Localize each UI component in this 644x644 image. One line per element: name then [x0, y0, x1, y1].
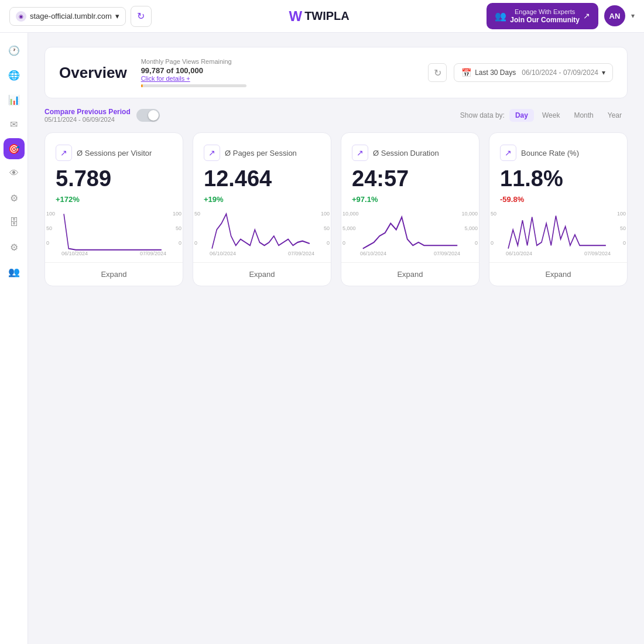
expand-button-pages[interactable]: Expand	[193, 262, 331, 286]
engage-community-button[interactable]: 👥 Engage With Experts Join Our Community…	[487, 3, 598, 30]
chart-y-left-sessions: 100 50 0	[45, 211, 56, 246]
chart-y-right-sessions: 100 50 0	[172, 211, 183, 246]
mini-chart-pages	[210, 211, 314, 252]
card-change-duration: +97.1%	[352, 195, 468, 204]
pageviews-count: 99,787 of 100,000	[141, 66, 246, 75]
controls-bar: Compare Previous Period 05/11/2024 - 06/…	[44, 108, 628, 123]
card-title-duration: Ø Session Duration	[373, 149, 439, 157]
card-change-sessions: +172%	[56, 195, 172, 204]
card-value-sessions: 5.789	[56, 167, 172, 191]
sidebar: 🕐 🌐 📊 ✉ 🎯 👁 ⚙ 🗄 ⚙ 👥	[0, 33, 28, 644]
chart-y-left-duration: 10,000 5,000 0	[341, 211, 360, 246]
logo-w: W	[289, 8, 302, 25]
pageviews-label: Monthly Page Views Remaining	[141, 58, 246, 65]
overview-refresh-button[interactable]: ↻	[428, 63, 447, 82]
data-by-year[interactable]: Year	[602, 109, 628, 122]
date-range-label: Last 30 Days	[475, 68, 516, 77]
card-chart-bounce: 50 0 100 50 0 06/10/2024	[489, 211, 627, 258]
page-title: Overview	[59, 64, 127, 82]
nav-left: ◉ stage-official.tumblr.com ▾ ↻	[9, 6, 152, 27]
card-header-pages: ↗ Ø Pages per Session	[204, 145, 320, 161]
pageviews-info: Monthly Page Views Remaining 99,787 of 1…	[141, 58, 246, 87]
show-data-by: Show data by: Day Week Month Year	[460, 109, 628, 122]
card-value-duration: 24:57	[352, 167, 468, 191]
compare-toggle[interactable]	[136, 109, 160, 122]
sidebar-item-clock[interactable]: 🕐	[4, 40, 25, 61]
card-chart-pages: 50 0 100 50 0 06/10/2024	[193, 211, 331, 258]
nav-logo: W TWIPLA	[289, 8, 349, 25]
chart-y-right-pages: 100 50 0	[320, 211, 331, 246]
data-by-month[interactable]: Month	[568, 109, 599, 122]
expand-button-sessions[interactable]: Expand	[45, 262, 183, 286]
card-icon-pages: ↗	[204, 145, 220, 161]
site-selector[interactable]: ◉ stage-official.tumblr.com ▾	[9, 7, 126, 26]
card-icon-duration: ↗	[352, 145, 368, 161]
pageviews-link[interactable]: Click for details +	[141, 75, 246, 82]
card-title-bounce: Bounce Rate (%)	[521, 149, 579, 157]
main-layout: 🕐 🌐 📊 ✉ 🎯 👁 ⚙ 🗄 ⚙ 👥 Overview Monthly Pag…	[0, 33, 644, 644]
avatar[interactable]: AN	[604, 5, 625, 26]
overview-header: Overview Monthly Page Views Remaining 99…	[44, 47, 628, 98]
show-data-by-label: Show data by:	[460, 111, 505, 119]
date-range-value: 06/10/2024 - 07/09/2024	[522, 68, 598, 77]
calendar-icon: 📅	[461, 68, 471, 77]
pageviews-fill	[141, 84, 143, 87]
compare-dates: 05/11/2024 - 06/09/2024	[44, 116, 131, 123]
overview-left: Overview Monthly Page Views Remaining 99…	[59, 58, 246, 87]
sidebar-item-target[interactable]: 🎯	[4, 138, 25, 159]
sidebar-item-mail[interactable]: ✉	[4, 114, 25, 135]
card-header-duration: ↗ Ø Session Duration	[352, 145, 468, 161]
engage-line2: Join Our Community	[510, 16, 580, 25]
pageviews-bar	[141, 84, 246, 87]
chart-y-left-bounce: 50 0	[489, 211, 498, 246]
sidebar-item-settings[interactable]: ⚙	[4, 237, 25, 258]
card-chart-duration: 10,000 5,000 0 10,000 5,000 0	[341, 211, 479, 258]
site-name: stage-official.tumblr.com	[30, 12, 112, 20]
nav-right: 👥 Engage With Experts Join Our Community…	[487, 3, 635, 30]
card-icon-sessions: ↗	[56, 145, 72, 161]
sidebar-item-settings-alt[interactable]: ⚙	[4, 187, 25, 208]
data-by-options: Day Week Month Year	[509, 109, 628, 122]
data-by-week[interactable]: Week	[536, 109, 566, 122]
data-by-day[interactable]: Day	[509, 109, 534, 122]
card-change-pages: +19%	[204, 195, 320, 204]
card-sessions-per-visitor: ↗ Ø Sessions per Visitor 5.789 +172% 100…	[44, 132, 183, 286]
mini-chart-sessions	[61, 211, 166, 252]
sidebar-item-eye[interactable]: 👁	[4, 163, 25, 184]
card-session-duration: ↗ Ø Session Duration 24:57 +97.1% 10,000…	[341, 132, 479, 286]
card-icon-bounce: ↗	[500, 145, 516, 161]
card-header-bounce: ↗ Bounce Rate (%)	[500, 145, 616, 161]
logo-text: TWIPLA	[304, 9, 350, 23]
chart-y-left-pages: 50 0	[193, 211, 201, 246]
toggle-knob	[148, 110, 159, 121]
mini-chart-duration	[360, 211, 460, 252]
overview-right: ↻ 📅 Last 30 Days 06/10/2024 - 07/09/2024…	[428, 63, 613, 82]
expand-button-bounce[interactable]: Expand	[489, 262, 627, 286]
date-range-button[interactable]: 📅 Last 30 Days 06/10/2024 - 07/09/2024 ▾	[454, 63, 613, 82]
card-value-bounce: 11.8%	[500, 167, 616, 191]
site-chevron: ▾	[115, 12, 119, 20]
card-title-sessions: Ø Sessions per Visitor	[77, 149, 152, 157]
expand-button-duration[interactable]: Expand	[341, 262, 479, 286]
card-pages-per-session: ↗ Ø Pages per Session 12.464 +19% 50 0	[193, 132, 331, 286]
engage-line1: Engage With Experts	[510, 8, 580, 16]
engage-external-icon: ↗	[583, 11, 590, 20]
card-title-pages: Ø Pages per Session	[225, 149, 297, 157]
cards-grid: ↗ Ø Sessions per Visitor 5.789 +172% 100…	[44, 132, 628, 286]
date-range-chevron-icon: ▾	[602, 68, 605, 77]
sidebar-item-users[interactable]: 👥	[4, 261, 25, 282]
sidebar-item-globe[interactable]: 🌐	[4, 64, 25, 85]
avatar-chevron-icon[interactable]: ▾	[631, 12, 635, 20]
card-header-sessions: ↗ Ø Sessions per Visitor	[56, 145, 172, 161]
mini-chart-bounce	[506, 211, 611, 252]
main-content: Overview Monthly Page Views Remaining 99…	[28, 33, 644, 644]
sidebar-item-database[interactable]: 🗄	[4, 212, 25, 233]
nav-refresh-button[interactable]: ↻	[131, 6, 152, 27]
chart-y-right-duration: 10,000 5,000 0	[460, 211, 479, 246]
site-icon: ◉	[16, 11, 26, 22]
compare-label: Compare Previous Period	[44, 108, 131, 116]
top-nav: ◉ stage-official.tumblr.com ▾ ↻ W TWIPLA…	[0, 0, 644, 33]
chart-y-right-bounce: 100 50 0	[616, 211, 627, 246]
card-bounce-rate: ↗ Bounce Rate (%) 11.8% -59.8% 50 0	[489, 132, 628, 286]
sidebar-item-chart[interactable]: 📊	[4, 89, 25, 110]
